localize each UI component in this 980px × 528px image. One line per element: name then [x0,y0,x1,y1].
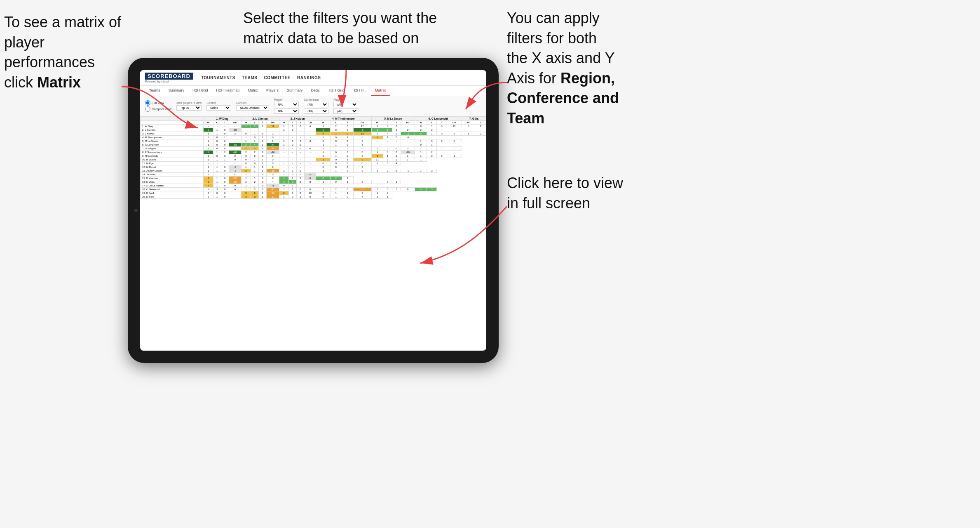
nav-tournaments[interactable]: TOURNAMENTS [201,75,235,80]
annotation-tl-line1: To see a matrix of [4,14,121,31]
matrix-cell: 0 [342,139,353,143]
matrix-cell: -20 [267,191,279,195]
matrix-cell: 1 [342,136,353,139]
gender-select[interactable]: Men's [206,105,231,111]
matrix-cell: -11 [267,195,279,199]
players-filter: Players (All) (All) [333,98,358,114]
matrix-cell: 1 [204,143,213,147]
matrix-cell: 1 [316,143,330,147]
table-row: 18. C Sherwood1300130-111100220-10101045 [141,188,486,191]
matrix-cell: - [204,162,213,165]
matrix-cell: -2 [304,125,316,128]
tablet-device: SCOREBOARD Powered by clippd TOURNAMENTS… [128,58,499,363]
matrix-cell: 0 [353,162,371,165]
matrix-cell: 0 [229,184,241,188]
table-row: 2. L Clanton210-18----10--100-6110-2422 [141,128,486,132]
matrix-cell: 3 [213,188,221,191]
max-players-select[interactable]: Top 25 [176,105,202,111]
matrix-cell: 2 [204,184,213,188]
matrix-cell: 0 [289,128,297,132]
matrix-cell: 0 [330,162,342,165]
players-select-1[interactable]: (All) [333,102,358,107]
matrix-cell: 1 [330,195,342,199]
annotation-br-l1: Click here to view [507,174,623,191]
matrix-cell: 0 [259,147,267,151]
matrix-cell: 1 [279,125,288,128]
matrix-cell: 6 [353,143,371,147]
region-select-1[interactable]: N/A [274,102,299,107]
matrix-cell: 1 [316,169,330,173]
matrix-cell: 0 [342,162,353,165]
matrix-cell: 0 [392,136,401,139]
col-header-7: 7. G Sa [462,117,486,121]
matrix-cell: 0 [241,132,251,136]
matrix-cell: - [279,136,288,139]
matrix-cell: - [229,139,241,143]
matrix-cell: 1 [383,128,392,132]
conference-select-2[interactable]: (All) [304,108,328,114]
matrix-cell: 0 [353,191,371,195]
matrix-cell: - [297,162,305,165]
matrix-cell: 1 [371,128,383,132]
matrix-cell: 0 [316,162,330,165]
matrix-cell: 1 [213,169,221,173]
matrix-cell: - [229,191,241,195]
tab-matrix[interactable]: Matrix [244,86,263,96]
matrix-cell: 1 [316,180,330,184]
matrix-cell: -1 [401,169,415,173]
tab-teams[interactable]: Teams [145,86,164,96]
matrix-cell: - [401,125,415,128]
player-name-cell: 5. M La Sasso [141,139,204,143]
app-header: SCOREBOARD Powered by clippd TOURNAMENTS… [140,70,486,86]
nav-rankings[interactable]: RANKINGS [297,75,321,80]
matrix-cell: 1 [241,165,251,169]
matrix-cell: 1 [289,188,297,191]
matrix-cell: 0 [304,188,316,191]
matrix-cell: - [415,147,427,151]
tab-h2h-grid2[interactable]: H2H Grid [325,86,349,96]
full-view-radio[interactable]: Full View [145,100,171,106]
tab-summary2[interactable]: Summary [283,86,307,96]
matrix-cell: 1 [241,139,251,143]
sub-d4: Dif [353,121,371,125]
matrix-cell: 11 [401,132,415,136]
nav-committee[interactable]: COMMITTEE [264,75,291,80]
matrix-container[interactable]: 1. W Ding 2. L Clanton 3. J Koivun 4. M … [140,116,486,351]
tab-h2h-grid[interactable]: H2H Grid [188,86,212,96]
tab-matrix-active[interactable]: Matrix [371,86,390,96]
matrix-cell: - [289,151,297,154]
compact-view-radio[interactable]: Compact View [145,106,171,112]
tab-players[interactable]: Players [262,86,283,96]
matrix-cell: 0 [221,143,229,147]
annotation-tr-l2: filters for both [507,30,597,47]
matrix-cell: 2 [427,128,437,132]
matrix-cell: 1 [259,162,267,165]
sub-l2: L [251,121,259,125]
conference-select-1[interactable]: (All) [304,102,328,107]
player-name-cell: 6. C Lamprecht [141,143,204,147]
matrix-cell: 0 [267,136,279,139]
matrix-cell: 0 [267,158,279,162]
matrix-cell: 1 [241,188,251,191]
tab-h2h-h[interactable]: H2H H... [348,86,371,96]
matrix-cell: 0 [342,169,353,173]
compact-view-label: Compact View [152,107,171,111]
matrix-cell: 4 [415,188,427,191]
matrix-cell: 0 [342,125,353,128]
matrix-cell: 1 [447,154,462,158]
main-nav: TOURNAMENTS TEAMS COMMITTEE RANKINGS [201,75,321,80]
division-select[interactable]: NCAA Division I [236,105,269,111]
region-select-2[interactable]: N/A [274,108,299,114]
tab-detail[interactable]: Detail [307,86,325,96]
matrix-cell: 0 [289,139,297,143]
matrix-cell: 1 [213,151,221,154]
nav-teams[interactable]: TEAMS [242,75,258,80]
matrix-cell: 0 [229,158,241,162]
matrix-cell: - [304,162,316,165]
table-row: 16. K Vilips210-25220433081010-01 [141,180,486,184]
matrix-cell: 0 [316,139,330,143]
annotation-tr-l3: the X axis and Y [507,50,615,66]
tab-summary[interactable]: Summary [164,86,189,96]
players-select-2[interactable]: (All) [333,108,358,114]
tab-h2h-heatmap[interactable]: H2H Heatmap [212,86,244,96]
